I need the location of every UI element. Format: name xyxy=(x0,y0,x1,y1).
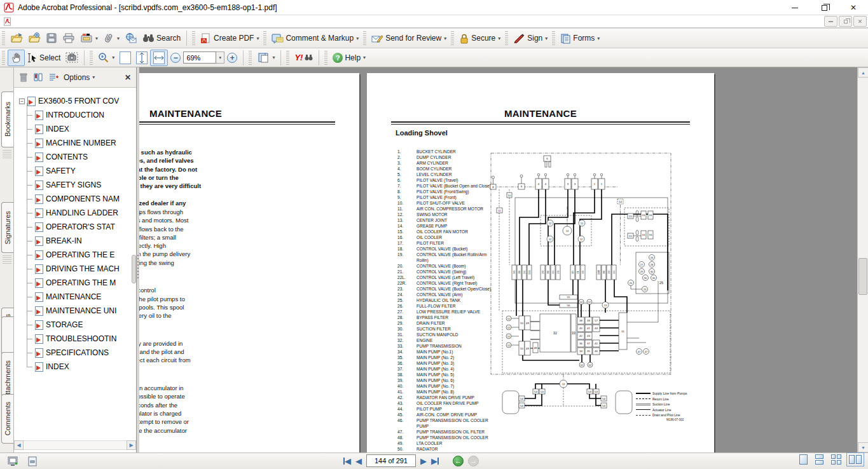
collapse-expander-icon[interactable]: − xyxy=(19,99,25,104)
toolbar-grip[interactable] xyxy=(552,31,555,45)
organizer-open-button[interactable] xyxy=(25,30,43,46)
help-button[interactable]: ? Help ▾ xyxy=(330,50,368,66)
single-page-button[interactable] xyxy=(799,454,808,465)
bookmark-item[interactable]: MAINTENANCE UNI xyxy=(27,304,136,318)
toolbar-grip[interactable] xyxy=(363,31,366,45)
comment-markup-button[interactable]: Comment & Markup ▾ xyxy=(269,30,361,46)
facing-button[interactable] xyxy=(849,455,862,464)
fit-page-button[interactable] xyxy=(134,50,150,66)
bookmark-item[interactable]: INDEX xyxy=(27,360,136,374)
previous-view-button[interactable]: ← xyxy=(453,456,464,466)
open-button[interactable] xyxy=(8,30,25,46)
scrollbar-thumb[interactable] xyxy=(858,258,867,295)
page-view-icon[interactable] xyxy=(27,456,38,466)
bookmark-item[interactable]: CONTENTS xyxy=(27,150,136,164)
zoom-tool-button[interactable]: ▾ xyxy=(95,50,117,66)
panel-horizontal-scrollbar[interactable]: ◀ ▶ xyxy=(14,440,136,450)
zoom-level-input[interactable] xyxy=(183,51,216,64)
page-display-button[interactable]: ▾ xyxy=(254,50,277,66)
panel-scroll-thumb[interactable] xyxy=(132,255,136,283)
options-menu-button[interactable]: Options ▾ xyxy=(64,73,95,82)
snapshot-tool-button[interactable] xyxy=(63,50,81,66)
panel-close-icon[interactable]: ✕ xyxy=(125,73,131,82)
toolbar-grip[interactable] xyxy=(286,51,289,65)
minimize-button[interactable] xyxy=(780,0,809,15)
bookmark-root-item[interactable]: − EX3600-5 FRONT COV xyxy=(14,94,136,108)
bookmark-item[interactable]: DRIVING THE MACH xyxy=(27,262,136,276)
tab-bookmarks[interactable]: Bookmarks xyxy=(1,92,13,147)
yahoo-search-button[interactable]: Y! xyxy=(292,50,315,66)
delete-bookmark-icon[interactable] xyxy=(19,72,28,82)
toolbar-grip[interactable] xyxy=(2,31,5,45)
expand-bookmark-icon[interactable] xyxy=(33,72,43,82)
toolbar-grip[interactable] xyxy=(451,31,454,45)
save-button[interactable] xyxy=(43,30,60,46)
scroll-up-icon[interactable]: ▲ xyxy=(858,67,868,78)
bookmark-item[interactable]: SAFETY SIGNS xyxy=(27,178,136,192)
menu-item[interactable] xyxy=(36,20,46,23)
previous-page-button[interactable]: ◀ xyxy=(355,456,362,466)
toolbar-grip[interactable] xyxy=(90,51,93,65)
tab-comments[interactable]: Comments xyxy=(1,394,13,444)
zoom-out-button[interactable]: − xyxy=(168,50,183,66)
attach-button[interactable]: ▾ xyxy=(100,30,122,46)
create-pdf-button[interactable]: Create PDF ▾ xyxy=(198,30,261,46)
continuous-button[interactable] xyxy=(815,454,823,465)
toolbar-grip[interactable] xyxy=(505,31,508,45)
select-tool-button[interactable]: Select xyxy=(25,50,63,66)
bookmark-item[interactable]: HANDLING LADDER xyxy=(27,206,136,220)
mdi-restore-button[interactable] xyxy=(839,16,852,27)
bookmark-item[interactable]: INDEX xyxy=(27,122,136,136)
scroll-down-icon[interactable]: ▼ xyxy=(858,442,868,452)
print-button[interactable] xyxy=(60,30,78,46)
bookmark-item[interactable]: MACHINE NUMBER xyxy=(27,136,136,150)
bookmark-item[interactable]: OPERATING THE E xyxy=(27,248,136,262)
fit-width-button[interactable] xyxy=(150,50,168,66)
document-scrollbar[interactable]: ▲ ▼ xyxy=(857,67,868,452)
menu-item[interactable] xyxy=(76,20,86,23)
bookmark-item[interactable]: SPECIFICATIONS xyxy=(27,346,136,360)
send-for-review-button[interactable]: Send for Review ▾ xyxy=(369,30,449,46)
scroll-left-icon[interactable]: ◀ xyxy=(14,440,24,450)
last-page-button[interactable]: ▶ xyxy=(431,456,439,466)
menu-item[interactable] xyxy=(15,20,25,23)
continuous-facing-button[interactable] xyxy=(831,454,841,465)
scroll-right-icon[interactable]: ▶ xyxy=(127,440,136,450)
next-view-button[interactable]: → xyxy=(468,456,479,466)
bookmark-item[interactable]: MAINTENANCE xyxy=(27,290,136,304)
menu-item[interactable] xyxy=(97,20,107,23)
reading-mode-icon[interactable] xyxy=(8,456,19,466)
menu-item[interactable] xyxy=(66,20,76,23)
toolbar-grip[interactable] xyxy=(263,31,266,45)
actual-size-button[interactable] xyxy=(117,50,134,66)
bookmark-item[interactable]: OPERATING THE M xyxy=(27,276,136,290)
toolbar-grip[interactable] xyxy=(2,51,5,65)
bookmark-item[interactable]: SAFETY xyxy=(27,164,136,178)
mdi-minimize-button[interactable] xyxy=(824,16,837,27)
secure-button[interactable]: Secure ▾ xyxy=(457,30,503,46)
menu-item[interactable] xyxy=(25,20,36,23)
bookmark-item[interactable]: INTRODUCTION xyxy=(27,108,136,122)
bookmark-item[interactable]: TROUBLESHOOTIN xyxy=(27,332,136,346)
restore-button[interactable] xyxy=(809,0,839,15)
sign-button[interactable]: Sign ▾ xyxy=(511,30,550,46)
bookmark-item[interactable]: BREAK-IN xyxy=(27,234,136,248)
organizer-button[interactable]: ▾ xyxy=(78,30,100,46)
forms-button[interactable]: Forms ▾ xyxy=(558,30,602,46)
bookmark-item[interactable]: STORAGE xyxy=(27,318,136,332)
search-button[interactable]: Search xyxy=(140,30,183,46)
first-page-button[interactable]: ◀ xyxy=(343,456,351,466)
bookmark-item[interactable]: OPERATOR'S STAT xyxy=(27,220,136,234)
email-button[interactable] xyxy=(122,30,140,46)
hand-tool-button[interactable] xyxy=(8,50,25,66)
new-bookmark-icon[interactable] xyxy=(48,72,59,82)
toolbar-grip[interactable] xyxy=(249,51,252,65)
pdf-page-right[interactable]: MAINTENANCE Loading Shovel 1. BUCKET CYL… xyxy=(367,73,714,452)
menu-item[interactable] xyxy=(56,20,66,23)
bookmark-item[interactable]: COMPONENTS NAM xyxy=(27,192,136,206)
toolbar-grip[interactable] xyxy=(192,31,195,45)
page-number-input[interactable] xyxy=(366,454,416,467)
next-page-button[interactable]: ▶ xyxy=(420,456,427,466)
zoom-in-button[interactable]: + xyxy=(224,50,240,66)
mdi-close-button[interactable]: ✕ xyxy=(853,16,867,27)
